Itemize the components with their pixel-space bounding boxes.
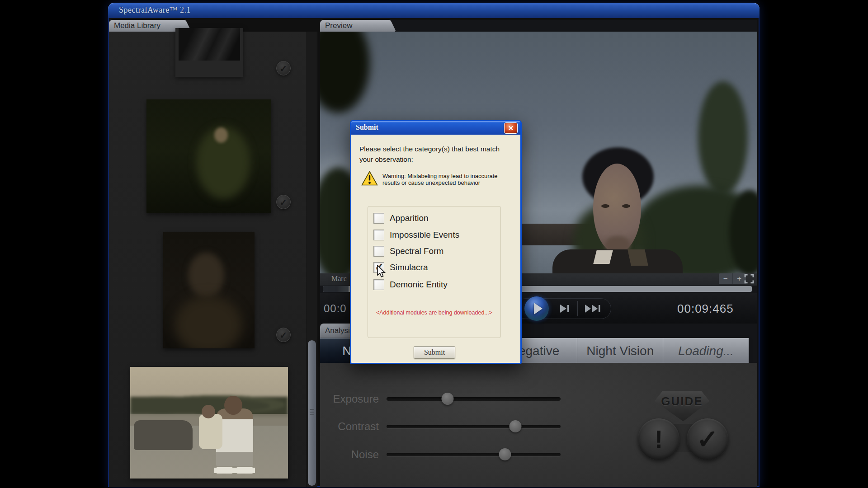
thumbnail-3-face — [188, 253, 224, 298]
check-icon: ✓ — [280, 330, 288, 340]
tab-preview-label: Preview — [325, 21, 352, 30]
option-row-apparition[interactable]: ✓ Apparition — [373, 212, 429, 224]
fullscreen-button[interactable] — [744, 274, 754, 284]
play-button[interactable] — [524, 296, 549, 321]
impossible-events-label: Impossible Events — [390, 230, 459, 240]
skip-forward-button[interactable] — [584, 303, 603, 314]
thumbnail-2-check-badge: ✓ — [276, 195, 291, 209]
contrast-slider-thumb[interactable] — [509, 420, 521, 432]
thumbnail-1-photo — [179, 28, 240, 61]
dialog-intro: Please select the category(s) that best … — [359, 144, 511, 164]
dialog-warning-line1: Warning: Mislabeling may lead to inaccur… — [382, 173, 518, 179]
dialog-title: Submit — [356, 123, 378, 131]
noise-slider[interactable] — [387, 453, 561, 456]
tall-tree-shape — [698, 81, 748, 194]
screen: SpectralAware™ 2.1 Media Library ✓ ✓ ✓ — [0, 0, 868, 488]
close-icon: ✕ — [508, 124, 514, 132]
thumbnail-4-child — [199, 414, 222, 449]
impossible-events-checkbox[interactable]: ✓ — [373, 230, 384, 240]
exclamation-icon: ! — [655, 425, 663, 453]
dialog-close-button[interactable]: ✕ — [504, 122, 518, 134]
tab-analysis-label: Analysis — [325, 326, 354, 335]
elapsed-time: 00:0 — [324, 302, 347, 315]
thumbnail-4-child-head — [202, 405, 215, 418]
mouse-cursor — [377, 265, 387, 279]
clip-name-label: Marc — [331, 275, 347, 283]
contrast-label: Contrast — [320, 420, 379, 433]
apparition-checkbox[interactable]: ✓ — [373, 213, 384, 224]
media-thumbnail-4[interactable] — [130, 367, 288, 479]
media-thumbnail-1[interactable] — [175, 28, 243, 77]
noise-label: Noise — [320, 448, 379, 461]
fullscreen-icon — [744, 274, 754, 284]
check-icon: ✓ — [280, 64, 288, 74]
transport-divider — [577, 301, 578, 316]
filter-tab-loading-label: Loading... — [678, 344, 734, 358]
check-icon: ✓ — [697, 424, 719, 454]
simulacra-label: Simulacra — [390, 263, 428, 272]
subject-eye-right — [622, 204, 630, 208]
zoom-out-button[interactable]: − — [719, 273, 733, 284]
window-titlebar[interactable] — [108, 3, 760, 18]
play-icon — [534, 303, 542, 314]
submit-dialog: Submit ✕ Please select the category(s) t… — [350, 120, 522, 364]
subject-collar-camo — [627, 249, 648, 266]
thumbnail-1-check-badge: ✓ — [276, 61, 291, 75]
skip-forward-icon — [584, 303, 603, 314]
subject-collar-light — [593, 250, 613, 264]
download-status-text: <Additional modules are being downloaded… — [368, 310, 500, 316]
media-thumbnail-2[interactable] — [146, 99, 271, 213]
thumbnail-2-face — [214, 127, 228, 143]
tree-shape-top-left — [320, 32, 370, 113]
option-row-impossible-events[interactable]: ✓ Impossible Events — [373, 229, 459, 241]
dialog-warning: Warning: Mislabeling may lead to inaccur… — [382, 173, 518, 186]
thumbnail-4-shoes — [214, 465, 255, 475]
apparition-label: Apparition — [390, 213, 429, 223]
spectral-form-label: Spectral Form — [390, 246, 443, 256]
warning-icon — [361, 171, 378, 186]
spectral-form-checkbox[interactable]: ✓ — [373, 246, 384, 257]
filter-tab-night-vision-label: Night Vision — [586, 344, 654, 358]
end-time: 00:09:465 — [677, 302, 734, 316]
media-thumbnail-3[interactable] — [163, 232, 255, 348]
exposure-slider-thumb[interactable] — [441, 393, 453, 405]
category-groupbox: ✓ Apparition ✓ Impossible Events ✓ Spect… — [368, 206, 501, 338]
thumbnail-3-check-badge: ✓ — [276, 328, 291, 342]
filter-tab-night-vision[interactable]: Night Vision — [577, 338, 663, 363]
tab-media-library[interactable]: Media Library — [109, 20, 182, 32]
guide-confirm-button[interactable]: ✓ — [687, 418, 728, 460]
step-forward-icon — [558, 303, 571, 314]
dialog-warning-line2: results or cause unexpected behavior — [382, 179, 518, 186]
noise-slider-thumb[interactable] — [499, 448, 511, 460]
filter-tab-loading[interactable]: Loading... — [663, 338, 749, 363]
thumbnail-4-man-head — [224, 396, 242, 415]
dialog-intro-line2: your observation: — [359, 154, 511, 164]
media-scrollbar-thumb[interactable] — [308, 340, 316, 486]
tab-preview[interactable]: Preview — [320, 20, 387, 32]
submit-button-label: Submit — [424, 348, 445, 356]
demonic-entity-label: Demonic Entity — [390, 280, 448, 290]
demonic-entity-checkbox[interactable]: ✓ — [373, 279, 384, 290]
step-forward-button[interactable] — [558, 303, 571, 314]
exposure-slider[interactable] — [387, 397, 561, 401]
dialog-intro-line1: Please select the category(s) that best … — [359, 144, 511, 154]
check-icon: ✓ — [280, 197, 288, 207]
thumbnail-3-torso — [175, 296, 242, 348]
video-zoom-controls: − + — [719, 273, 746, 284]
app-title: SpectralAware™ 2.1 — [119, 5, 191, 15]
guide-alert-button[interactable]: ! — [638, 418, 679, 460]
submit-button[interactable]: Submit — [414, 346, 455, 359]
exposure-label: Exposure — [320, 393, 379, 405]
subject-jacket — [552, 249, 683, 273]
seekbar-played — [323, 286, 349, 292]
subject-eye-left — [601, 204, 609, 208]
option-row-spectral-form[interactable]: ✓ Spectral Form — [373, 245, 443, 257]
option-row-demonic-entity[interactable]: ✓ Demonic Entity — [373, 279, 448, 291]
tab-media-library-label: Media Library — [114, 21, 160, 30]
thumbnail-4-car — [134, 420, 193, 450]
contrast-slider[interactable] — [387, 425, 561, 428]
